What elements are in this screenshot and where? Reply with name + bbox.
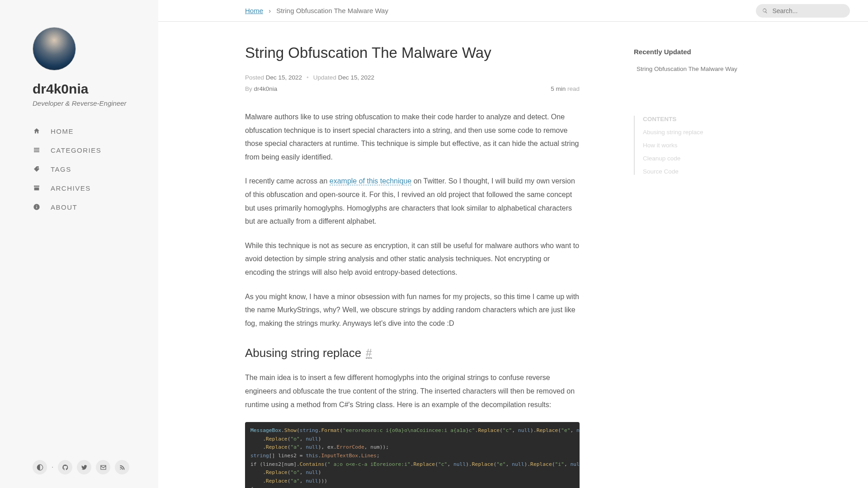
nav-tags-label: TAGS — [51, 165, 71, 173]
contrast-icon — [37, 464, 43, 471]
github-icon — [62, 464, 69, 471]
separator-dot: · — [52, 463, 53, 471]
search-icon — [762, 8, 768, 14]
email-link[interactable] — [96, 460, 110, 474]
theme-toggle-button[interactable] — [33, 460, 47, 474]
twitter-link[interactable] — [77, 460, 91, 474]
breadcrumb-home[interactable]: Home — [245, 7, 263, 14]
updated-label: Updated — [313, 74, 336, 81]
list-icon — [33, 146, 41, 154]
breadcrumb: Home › String Obfuscation The Malware Wa… — [245, 7, 388, 14]
email-icon — [100, 464, 107, 471]
post-title: String Obfuscation The Malware Way — [245, 44, 580, 61]
example-link[interactable]: example of this technique — [330, 177, 411, 185]
meta-bullet: • — [307, 74, 309, 81]
read-min: min — [556, 85, 566, 92]
author-name: dr4k0nia — [254, 85, 278, 92]
site-subtitle: Developer & Reverse-Engineer — [33, 99, 140, 107]
nav-home-label: HOME — [51, 127, 74, 135]
paragraph-2: I recently came across an example of thi… — [245, 174, 580, 228]
posted-date: Dec 15, 2022 — [266, 74, 302, 81]
nav-home[interactable]: HOME — [33, 127, 140, 135]
nav-archives[interactable]: ARCHIVES — [33, 184, 140, 192]
nav-categories-label: CATEGORIES — [51, 146, 101, 154]
paragraph-5: The main idea is to insert a few differe… — [245, 371, 580, 411]
toc-heading: CONTENTS — [643, 116, 747, 122]
topbar: Home › String Obfuscation The Malware Wa… — [158, 0, 868, 22]
nav-categories[interactable]: CATEGORIES — [33, 146, 140, 154]
breadcrumb-separator: › — [269, 7, 271, 14]
twitter-icon — [81, 464, 88, 471]
github-link[interactable] — [58, 460, 72, 474]
nav-tags[interactable]: TAGS — [33, 165, 140, 173]
heading-anchor-icon[interactable]: # — [366, 347, 372, 359]
article: String Obfuscation The Malware Way Poste… — [245, 44, 607, 488]
toc-item[interactable]: How it works — [643, 142, 747, 149]
avatar[interactable] — [33, 27, 76, 70]
nav-list: HOME CATEGORIES TAGS ARCHIVES ABOUT — [33, 127, 140, 222]
content-wrapper: String Obfuscation The Malware Way Poste… — [158, 22, 868, 488]
meta-row-dates: Posted Dec 15, 2022 • Updated Dec 15, 20… — [245, 74, 580, 81]
updated-date: Dec 15, 2022 — [338, 74, 374, 81]
home-icon — [33, 127, 41, 135]
right-panel: Recently Updated String Obfuscation The … — [634, 44, 747, 488]
toc-item[interactable]: Abusing string replace — [643, 129, 747, 136]
recently-updated-heading: Recently Updated — [634, 48, 747, 56]
paragraph-4: As you might know, I have a minor obsess… — [245, 290, 580, 330]
heading-abusing-replace: Abusing string replace # — [245, 346, 580, 360]
nav-archives-label: ARCHIVES — [51, 184, 91, 192]
search-box[interactable] — [756, 4, 850, 18]
posted-label: Posted — [245, 74, 264, 81]
site-title[interactable]: dr4k0nia — [33, 81, 140, 97]
sidebar: dr4k0nia Developer & Reverse-Engineer HO… — [0, 0, 158, 488]
paragraph-3: While this technique is not as secure as… — [245, 239, 580, 279]
tag-icon — [33, 165, 41, 173]
nav-about-label: ABOUT — [51, 203, 77, 211]
meta-row-author: By dr4k0nia 5 min read — [245, 85, 580, 92]
breadcrumb-current: String Obfuscation The Malware Way — [276, 7, 388, 14]
main: Home › String Obfuscation The Malware Wa… — [158, 0, 868, 488]
archive-icon — [33, 184, 41, 192]
toc-item[interactable]: Source Code — [643, 168, 747, 175]
rss-icon — [119, 464, 126, 471]
read-time: 5 min read — [551, 85, 580, 92]
nav-about[interactable]: ABOUT — [33, 203, 140, 211]
paragraph-1: Malware authors like to use string obfus… — [245, 110, 580, 164]
code-screenshot: MessageBox.Show(string.Format("еeroreoor… — [245, 422, 580, 488]
toc-item[interactable]: Cleanup code — [643, 155, 747, 162]
recent-item[interactable]: String Obfuscation The Malware Way — [634, 63, 747, 75]
toc: CONTENTS Abusing string replace How it w… — [634, 116, 747, 175]
read-num: 5 — [551, 85, 554, 92]
read-suffix: read — [567, 85, 580, 92]
info-icon — [33, 203, 41, 211]
sidebar-footer: · — [33, 460, 140, 474]
by-label: By — [245, 85, 252, 92]
rss-link[interactable] — [115, 460, 129, 474]
search-input[interactable] — [771, 7, 844, 15]
